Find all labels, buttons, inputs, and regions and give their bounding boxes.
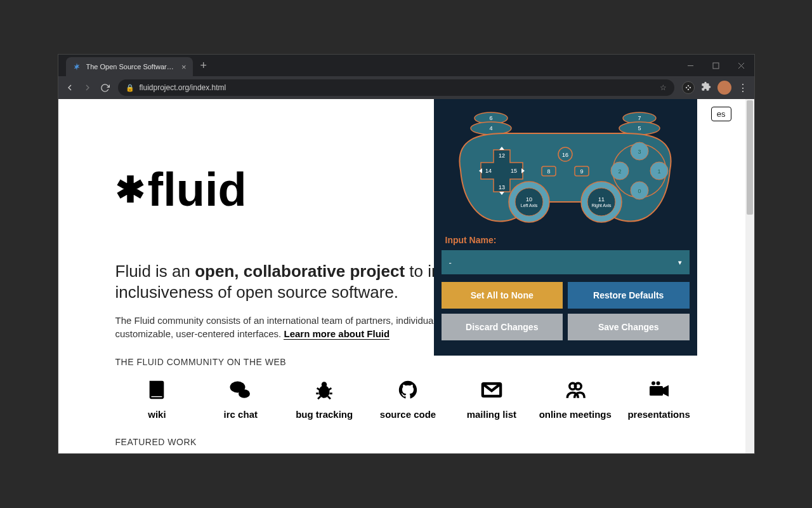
svg-text:3: 3: [638, 149, 641, 155]
svg-text:2: 2: [618, 168, 621, 175]
svg-line-12: [317, 388, 320, 390]
featured-heading: FEATURED WORK: [115, 437, 745, 447]
minimize-button[interactable]: [678, 56, 704, 75]
asterisk-icon: ✱: [115, 179, 145, 201]
bug-link[interactable]: bug tracking: [282, 378, 366, 420]
star-icon[interactable]: ☆: [660, 83, 667, 92]
new-tab-button[interactable]: +: [200, 59, 207, 72]
wiki-link[interactable]: wiki: [115, 378, 199, 420]
input-name-label: Input Name:: [445, 235, 690, 245]
svg-text:13: 13: [499, 184, 505, 190]
svg-point-11: [322, 382, 327, 387]
extension-area: ⋮: [682, 81, 748, 95]
meetings-link[interactable]: online meetings: [534, 378, 617, 420]
menu-icon[interactable]: ⋮: [738, 82, 748, 94]
url-text: fluidproject.org/index.html: [140, 83, 226, 92]
logo-text: fluid: [148, 163, 247, 217]
window-controls: [678, 55, 754, 76]
chat-icon: [229, 378, 252, 401]
toolbar: 🔒 fluidproject.org/index.html ☆ ⋮: [58, 76, 754, 99]
svg-line-16: [318, 396, 320, 399]
extensions-icon[interactable]: [701, 81, 711, 94]
camera-icon: [648, 378, 671, 401]
svg-text:0: 0: [638, 188, 641, 194]
svg-line-17: [328, 396, 331, 399]
svg-point-7: [687, 89, 688, 90]
viewport: es ✱fluid Fluid is an open, collaborativ…: [58, 99, 754, 453]
restore-defaults-button[interactable]: Restore Defaults: [568, 282, 690, 309]
svg-rect-21: [650, 386, 663, 396]
maximize-button[interactable]: [704, 56, 729, 75]
svg-point-23: [652, 382, 655, 385]
svg-text:11: 11: [598, 196, 605, 203]
people-icon: [564, 378, 587, 401]
svg-text:5: 5: [638, 125, 641, 131]
svg-text:Left Axis: Left Axis: [521, 203, 538, 208]
svg-text:Right Axis: Right Axis: [591, 203, 612, 208]
titlebar: The Open Source Software Comm × +: [58, 55, 754, 76]
svg-text:8: 8: [547, 168, 550, 175]
svg-text:9: 9: [580, 168, 583, 175]
scrollbar[interactable]: [745, 99, 754, 453]
browser-window: The Open Source Software Comm × + 🔒 flui…: [58, 54, 755, 454]
svg-point-9: [239, 389, 250, 398]
gamepad-extension-icon[interactable]: [682, 81, 695, 94]
gamepad-popup: 6 7 4 5 12 13 14 15: [434, 99, 697, 356]
svg-marker-22: [663, 385, 669, 397]
close-icon[interactable]: ×: [181, 62, 187, 72]
svg-text:7: 7: [638, 115, 641, 121]
address-bar[interactable]: 🔒 fluidproject.org/index.html ☆: [118, 79, 674, 96]
svg-point-24: [656, 382, 660, 385]
bug-icon: [313, 378, 336, 401]
forward-button[interactable]: [82, 83, 93, 93]
svg-text:1: 1: [657, 168, 660, 175]
learn-more-link[interactable]: Learn more about Fluid: [284, 328, 390, 340]
gamepad-diagram: 6 7 4 5 12 13 14 15: [442, 107, 689, 227]
discard-changes-button[interactable]: Discard Changes: [442, 314, 563, 340]
save-changes-button[interactable]: Save Changes: [568, 314, 690, 340]
close-button[interactable]: [729, 56, 754, 75]
community-links: wiki irc chat bug tracking source code m…: [58, 378, 745, 420]
chevron-down-icon: ▾: [678, 258, 682, 267]
asterisk-icon: [72, 62, 81, 71]
scrollbar-thumb[interactable]: [747, 100, 753, 215]
profile-avatar[interactable]: [717, 81, 731, 95]
community-heading: THE FLUID COMMUNITY ON THE WEB: [115, 357, 745, 367]
svg-text:16: 16: [562, 152, 568, 158]
presentations-link[interactable]: presentations: [617, 378, 701, 420]
svg-point-20: [575, 383, 581, 389]
input-name-select[interactable]: - ▾: [442, 250, 690, 274]
lock-icon: 🔒: [126, 84, 134, 92]
back-button[interactable]: [65, 83, 75, 93]
book-icon: [145, 378, 168, 401]
svg-text:6: 6: [489, 115, 492, 121]
mail-icon: [480, 378, 503, 401]
github-icon: [396, 378, 419, 401]
svg-text:14: 14: [485, 168, 492, 174]
svg-point-4: [685, 87, 686, 88]
svg-text:10: 10: [526, 196, 532, 203]
svg-rect-1: [713, 63, 719, 69]
mailing-link[interactable]: mailing list: [450, 378, 534, 420]
svg-point-5: [689, 87, 690, 88]
source-link[interactable]: source code: [366, 378, 450, 420]
svg-point-6: [687, 85, 688, 86]
irc-link[interactable]: irc chat: [199, 378, 282, 420]
svg-text:4: 4: [489, 125, 492, 131]
browser-tab[interactable]: The Open Source Software Comm ×: [66, 57, 193, 76]
svg-text:15: 15: [511, 168, 517, 174]
set-all-none-button[interactable]: Set All to None: [442, 282, 563, 309]
partial-button[interactable]: es: [711, 107, 731, 121]
reload-button[interactable]: [100, 83, 110, 93]
tab-title: The Open Source Software Comm: [86, 63, 176, 70]
svg-line-13: [329, 388, 331, 390]
svg-text:12: 12: [499, 152, 505, 159]
